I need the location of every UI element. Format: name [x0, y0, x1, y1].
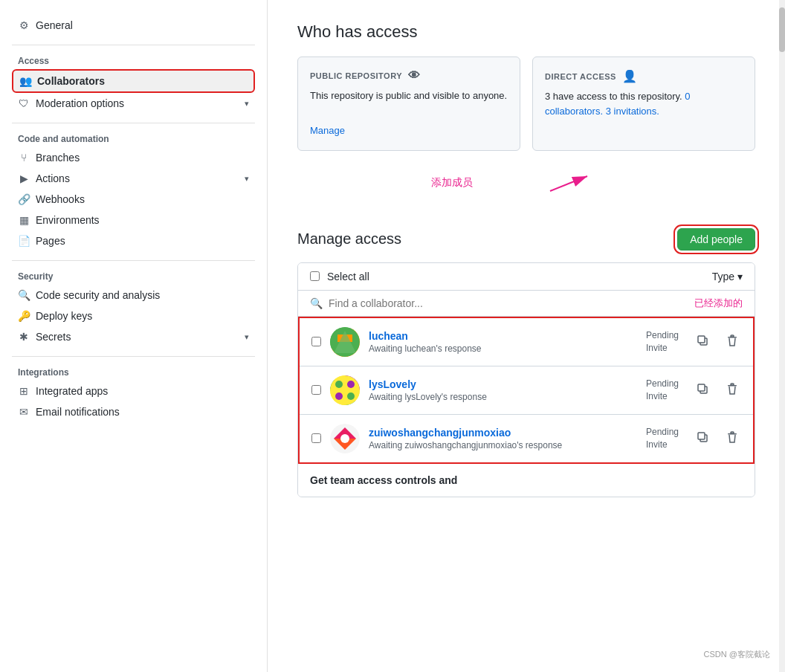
sidebar-item-label: Secrets [36, 331, 71, 343]
chevron-down-icon: ▾ [245, 332, 249, 342]
remove-collab-button[interactable] [723, 380, 741, 400]
copy-icon [697, 383, 708, 395]
sidebar-item-environments[interactable]: ▦ Environments [12, 210, 255, 230]
manage-link[interactable]: Manage [310, 123, 508, 138]
sidebar-item-integrated-apps[interactable]: ⊞ Integrated apps [12, 381, 255, 401]
sidebar-item-moderation[interactable]: 🛡 Moderation options ▾ [12, 93, 255, 114]
collab-actions [694, 332, 741, 352]
sidebar-item-webhooks[interactable]: 🔗 Webhooks [12, 189, 255, 210]
svg-rect-7 [728, 337, 737, 338]
svg-rect-5 [698, 336, 705, 343]
collab-name[interactable]: luchean [369, 330, 408, 342]
manage-access-title: Manage access [297, 230, 401, 248]
collab-checkbox-zui[interactable] [311, 433, 321, 443]
access-cards: PUBLIC REPOSITORY 👁 This repository is p… [297, 56, 755, 151]
direct-access-desc-start: 3 have access to this repository. [545, 91, 685, 102]
select-all-label: Select all [327, 271, 369, 282]
annotation-area: 添加成员 [297, 169, 755, 206]
people2-icon: 👤 [622, 69, 638, 83]
search-hint: 已经添加的 [694, 297, 743, 310]
sidebar-item-label: Code security and analysis [36, 289, 160, 301]
actions-icon: ▶ [18, 172, 30, 184]
public-repo-card: PUBLIC REPOSITORY 👁 This repository is p… [297, 56, 520, 151]
public-repo-label: PUBLIC REPOSITORY [310, 71, 402, 80]
collab-name[interactable]: zuiwoshangchangjunmoxiao [369, 427, 511, 439]
sidebar-item-code-security[interactable]: 🔍 Code security and analysis [12, 285, 255, 306]
sidebar-item-actions[interactable]: ▶ Actions ▾ [12, 168, 255, 189]
sidebar-section-code-automation: Code and automation [18, 134, 255, 144]
people-icon: 👥 [19, 75, 31, 87]
avatar-zui-img [330, 424, 360, 453]
invitations-link[interactable]: 3 invitations. [606, 106, 659, 117]
sidebar-divider-access [12, 45, 255, 45]
sidebar-item-label: Webhooks [36, 193, 85, 205]
type-label: Type [712, 271, 734, 282]
svg-rect-15 [731, 384, 734, 385]
remove-collab-button[interactable] [723, 332, 741, 352]
svg-point-11 [335, 392, 343, 400]
copy-invite-button[interactable] [694, 332, 711, 352]
status-line1: Pending [646, 378, 679, 389]
collab-info: zuiwoshangchangjunmoxiao Awaiting zuiwos… [369, 427, 637, 450]
copy-icon [697, 431, 708, 443]
sidebar-item-general[interactable]: ⚙ General [12, 15, 255, 36]
sidebar-item-label: Email notifications [36, 406, 120, 418]
sidebar: ⚙ General Access 👥 Collaborators 🛡 Moder… [0, 0, 268, 672]
email-icon: ✉ [18, 406, 30, 418]
svg-rect-20 [698, 433, 705, 439]
manage-access-header: Manage access Add people [297, 228, 755, 251]
bottom-note: Get team access controls and [298, 464, 755, 497]
select-all-checkbox[interactable] [310, 271, 320, 281]
sidebar-item-secrets[interactable]: ✱ Secrets ▾ [12, 326, 255, 347]
csdn-watermark: CSDN @客院截论 [704, 649, 770, 660]
status-line2: Invite [646, 439, 668, 450]
svg-rect-14 [698, 384, 705, 391]
sidebar-item-label: Integrated apps [36, 385, 108, 397]
search-input[interactable] [329, 297, 688, 309]
chevron-down-icon: ▾ [245, 99, 249, 109]
annotation-text: 添加成员 [431, 176, 473, 190]
collab-name[interactable]: lysLovely [369, 378, 416, 390]
status-line2: Invite [646, 391, 668, 401]
svg-rect-21 [731, 432, 734, 433]
table-header: Select all Type ▾ [298, 263, 755, 291]
copy-invite-button[interactable] [694, 428, 711, 448]
direct-access-body: 3 have access to this repository. 0 coll… [545, 89, 743, 118]
svg-rect-16 [728, 385, 737, 387]
table-row: zuiwoshangchangjunmoxiao Awaiting zuiwos… [300, 415, 753, 462]
sidebar-item-deploy-keys[interactable]: 🔑 Deploy keys [12, 306, 255, 326]
trash-icon [726, 383, 738, 395]
status-line1: Pending [646, 427, 679, 437]
status-line1: Pending [646, 330, 679, 340]
type-dropdown[interactable]: Type ▾ [712, 271, 743, 282]
copy-invite-button[interactable] [694, 380, 711, 400]
collab-actions [694, 428, 741, 448]
collab-checkbox-luchean[interactable] [311, 337, 321, 346]
add-people-button[interactable]: Add people [677, 228, 755, 251]
pages-icon: 📄 [18, 235, 30, 247]
sidebar-item-collaborators[interactable]: 👥 Collaborators [12, 69, 255, 93]
sidebar-item-branches[interactable]: ⑂ Branches [12, 147, 255, 168]
trash-icon [726, 431, 738, 443]
avatar-luchean-img [330, 327, 360, 357]
avatar [330, 424, 360, 453]
collab-info: luchean Awaiting luchean's response [369, 330, 637, 354]
apps-icon: ⊞ [18, 385, 30, 397]
table-row: luchean Awaiting luchean's response Pend… [300, 318, 753, 366]
direct-access-label: DIRECT ACCESS [545, 72, 616, 81]
sidebar-item-email-notifications[interactable]: ✉ Email notifications [12, 401, 255, 422]
copy-icon [697, 335, 708, 346]
collab-checkbox-lyslovely[interactable] [311, 385, 321, 395]
scrollbar-thumb[interactable] [779, 7, 785, 52]
collab-info: lysLovely Awaiting lysLovely's response [369, 378, 637, 402]
scrollbar[interactable] [779, 0, 785, 672]
status-line2: Invite [646, 343, 668, 353]
collab-status: Pending Invite [646, 426, 679, 451]
table-row: lysLovely Awaiting lysLovely's response … [300, 366, 753, 415]
sidebar-item-pages[interactable]: 📄 Pages [12, 230, 255, 251]
svg-point-18 [340, 434, 349, 443]
sidebar-item-label: Collaborators [37, 75, 105, 87]
svg-point-9 [335, 381, 343, 388]
remove-collab-button[interactable] [723, 428, 741, 448]
svg-rect-22 [728, 433, 737, 435]
